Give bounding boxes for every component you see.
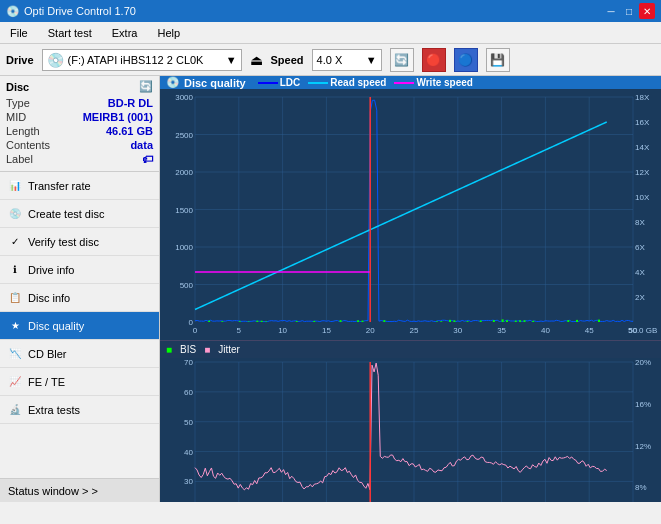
disc-mid-value: MEIRB1 (001) xyxy=(83,111,153,123)
disc-refresh-icon[interactable]: 🔄 xyxy=(139,80,153,93)
sidebar-item-create-test-disc[interactable]: 💿 Create test disc xyxy=(0,200,159,228)
dq-title: Disc quality xyxy=(184,77,246,89)
sidebar-item-create-test-disc-label: Create test disc xyxy=(28,208,104,220)
disc-length-label: Length xyxy=(6,125,40,137)
menu-bar: File Start test Extra Help xyxy=(0,22,661,44)
title-bar: 💿 Opti Drive Control 1.70 ─ □ ✕ xyxy=(0,0,661,22)
bis-legend-color-label: ■ xyxy=(166,344,172,355)
read-speed-legend-color xyxy=(308,82,328,84)
sidebar-item-transfer-rate[interactable]: 📊 Transfer rate xyxy=(0,172,159,200)
main-layout: Disc 🔄 Type BD-R DL MID MEIRB1 (001) Len… xyxy=(0,76,661,502)
disc-contents-label: Contents xyxy=(6,139,50,151)
speed-label: Speed xyxy=(271,54,304,66)
jitter-legend-color-label: ■ xyxy=(204,344,210,355)
app-title: Opti Drive Control 1.70 xyxy=(24,5,136,17)
main-content: 💿 Disc quality LDC Read speed Write spee… xyxy=(160,76,661,502)
disc-header-label: Disc xyxy=(6,81,29,93)
sidebar-item-disc-quality[interactable]: ★ Disc quality xyxy=(0,312,159,340)
read-speed-legend-label: Read speed xyxy=(330,77,386,88)
menu-help[interactable]: Help xyxy=(151,25,186,41)
sidebar-item-disc-info[interactable]: 📋 Disc info xyxy=(0,284,159,312)
write-speed-legend-label: Write speed xyxy=(416,77,473,88)
speed-select[interactable]: 4.0 X ▼ xyxy=(312,49,382,71)
disc-label-label: Label xyxy=(6,153,33,165)
minimize-button[interactable]: ─ xyxy=(603,3,619,19)
drive-disc-icon: 💿 xyxy=(47,52,64,68)
speed-value: 4.0 X xyxy=(317,54,343,66)
jitter-legend-label: Jitter xyxy=(218,344,240,355)
menu-file[interactable]: File xyxy=(4,25,34,41)
sidebar-item-extra-tests-label: Extra tests xyxy=(28,404,80,416)
close-button[interactable]: ✕ xyxy=(639,3,655,19)
sidebar-item-verify-test-disc-label: Verify test disc xyxy=(28,236,99,248)
ldc-legend-label: LDC xyxy=(280,77,301,88)
app-icon: 💿 xyxy=(6,5,20,18)
drive-value: (F:) ATAPI iHBS112 2 CL0K xyxy=(68,54,204,66)
sidebar-nav: 📊 Transfer rate 💿 Create test disc ✓ Ver… xyxy=(0,172,159,478)
sidebar-item-fe-te-label: FE / TE xyxy=(28,376,65,388)
sidebar: Disc 🔄 Type BD-R DL MID MEIRB1 (001) Len… xyxy=(0,76,160,502)
sidebar-item-drive-info-label: Drive info xyxy=(28,264,74,276)
write-speed-legend-color xyxy=(394,82,414,84)
disc-length-value: 46.61 GB xyxy=(106,125,153,137)
sidebar-item-cd-bler-label: CD Bler xyxy=(28,348,67,360)
disc-label-icon: 🏷 xyxy=(142,153,153,165)
sidebar-item-verify-test-disc[interactable]: ✓ Verify test disc xyxy=(0,228,159,256)
disc-type-row: Type BD-R DL xyxy=(6,97,153,109)
refresh-button[interactable]: 🔄 xyxy=(390,48,414,72)
disc-quality-icon: ★ xyxy=(8,319,22,333)
fe-te-icon: 📈 xyxy=(8,375,22,389)
drive-select[interactable]: 💿 (F:) ATAPI iHBS112 2 CL0K ▼ xyxy=(42,49,242,71)
red-icon-button[interactable]: 🔴 xyxy=(422,48,446,72)
verify-test-disc-icon: ✓ xyxy=(8,235,22,249)
eject-icon[interactable]: ⏏ xyxy=(250,52,263,68)
drive-bar: Drive 💿 (F:) ATAPI iHBS112 2 CL0K ▼ ⏏ Sp… xyxy=(0,44,661,76)
sidebar-item-fe-te[interactable]: 📈 FE / TE xyxy=(0,368,159,396)
sidebar-item-cd-bler[interactable]: 📉 CD Bler xyxy=(0,340,159,368)
bis-legend-label: BIS xyxy=(180,344,196,355)
chart-legend: LDC Read speed Write speed xyxy=(258,77,473,88)
disc-type-label: Type xyxy=(6,97,30,109)
disc-panel: Disc 🔄 Type BD-R DL MID MEIRB1 (001) Len… xyxy=(0,76,159,172)
disc-contents-value: data xyxy=(130,139,153,151)
cd-bler-icon: 📉 xyxy=(8,347,22,361)
disc-quality-header: 💿 Disc quality LDC Read speed Write spee… xyxy=(160,76,661,89)
save-button[interactable]: 💾 xyxy=(486,48,510,72)
transfer-rate-icon: 📊 xyxy=(8,179,22,193)
blue-icon-button[interactable]: 🔵 xyxy=(454,48,478,72)
disc-type-value: BD-R DL xyxy=(108,97,153,109)
disc-mid-row: MID MEIRB1 (001) xyxy=(6,111,153,123)
sidebar-item-transfer-rate-label: Transfer rate xyxy=(28,180,91,192)
drive-info-icon: ℹ xyxy=(8,263,22,277)
dq-icon: 💿 xyxy=(166,76,180,89)
sidebar-item-extra-tests[interactable]: 🔬 Extra tests xyxy=(0,396,159,424)
disc-label-row: Label 🏷 xyxy=(6,153,153,165)
disc-info-icon: 📋 xyxy=(8,291,22,305)
disc-mid-label: MID xyxy=(6,111,26,123)
drive-label: Drive xyxy=(6,54,34,66)
chart-container: ■ BIS ■ Jitter xyxy=(160,89,661,502)
speed-dropdown-icon: ▼ xyxy=(366,54,377,66)
menu-extra[interactable]: Extra xyxy=(106,25,144,41)
status-window-label: Status window > > xyxy=(8,485,98,497)
ldc-legend-color xyxy=(258,82,278,84)
sidebar-item-disc-info-label: Disc info xyxy=(28,292,70,304)
upper-chart xyxy=(160,89,661,340)
sidebar-item-disc-quality-label: Disc quality xyxy=(28,320,84,332)
status-window-button[interactable]: Status window > > xyxy=(0,478,159,502)
create-test-disc-icon: 💿 xyxy=(8,207,22,221)
extra-tests-icon: 🔬 xyxy=(8,403,22,417)
disc-contents-row: Contents data xyxy=(6,139,153,151)
sidebar-item-drive-info[interactable]: ℹ Drive info xyxy=(0,256,159,284)
maximize-button[interactable]: □ xyxy=(621,3,637,19)
lower-chart xyxy=(160,358,661,502)
drive-dropdown-icon: ▼ xyxy=(226,54,237,66)
menu-start-test[interactable]: Start test xyxy=(42,25,98,41)
disc-length-row: Length 46.61 GB xyxy=(6,125,153,137)
